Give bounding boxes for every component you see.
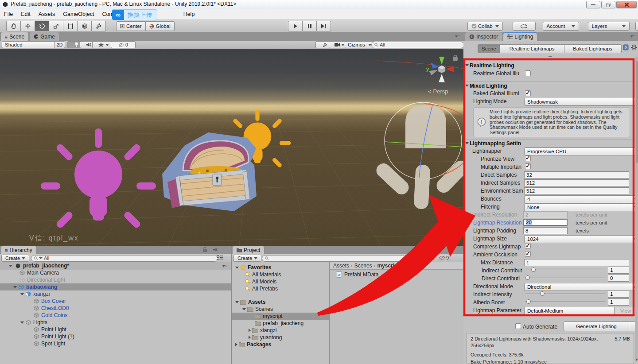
- tab-lighting[interactable]: Lighting: [503, 32, 537, 41]
- lightmap-size-dropdown[interactable]: 1024: [524, 235, 638, 243]
- scene-search-input[interactable]: All: [371, 42, 464, 48]
- lightmapping-settings-header[interactable]: Lightmapping Settin: [470, 140, 526, 147]
- fold-arrow-icon[interactable]: [13, 286, 17, 288]
- pivot-toggle-button[interactable]: Center: [116, 21, 146, 31]
- gizmos-dropdown[interactable]: Gizmos: [345, 41, 375, 48]
- persp-indicator[interactable]: <Persp: [428, 88, 448, 95]
- hierarchy-item-xiangzi[interactable]: xiangzi: [20, 290, 50, 298]
- baked-gi-checkbox[interactable]: [525, 90, 531, 96]
- space-toggle-button[interactable]: Global: [146, 21, 175, 31]
- breadcrumb-scenes[interactable]: Scenes: [354, 263, 372, 269]
- label-tag-icon[interactable]: [420, 255, 426, 260]
- bounces-dropdown[interactable]: 4: [524, 195, 638, 203]
- albedo-boost-field[interactable]: 1: [608, 298, 629, 306]
- indirect-contribution-slider[interactable]: [525, 267, 605, 273]
- menu-gameobject[interactable]: GameObject: [59, 9, 98, 19]
- custom-tool-button[interactable]: [92, 21, 106, 31]
- multiple-importance-checkbox[interactable]: [525, 163, 531, 169]
- project-all-models[interactable]: All Models: [245, 278, 276, 285]
- menu-help[interactable]: Help: [179, 9, 199, 19]
- fold-arrow-icon[interactable]: [249, 336, 251, 339]
- hierarchy-filter-icon[interactable]: [216, 255, 223, 260]
- filtering-dropdown[interactable]: None: [524, 203, 638, 211]
- tab-inspector[interactable]: i Inspector: [465, 32, 502, 41]
- subtab-baked-lightmaps[interactable]: Baked Lightmaps: [564, 44, 622, 53]
- transform-tool-button[interactable]: [78, 21, 92, 31]
- hierarchy-lock-icon[interactable]: [203, 247, 207, 252]
- hierarchy-item-point-light-1[interactable]: Point Light (1): [34, 333, 74, 340]
- view-button[interactable]: View: [614, 307, 637, 315]
- lighting-panel-menu-icon[interactable]: ▾≡: [630, 34, 635, 39]
- splitter-handle-icon[interactable]: ▬: [549, 54, 552, 58]
- rotate-tool-button[interactable]: [35, 21, 49, 31]
- hierarchy-item-box-cover[interactable]: Box Cover: [34, 298, 66, 305]
- project-create-button[interactable]: Create: [233, 255, 261, 262]
- scroll-down-icon[interactable]: ▼: [635, 358, 638, 362]
- fold-arrow-icon[interactable]: [20, 293, 24, 295]
- project-folder-yuantong[interactable]: yuantong: [249, 334, 282, 341]
- gear-icon[interactable]: [631, 44, 637, 50]
- play-button[interactable]: [288, 21, 303, 31]
- hierarchy-item-spot-light[interactable]: Spot Light: [34, 340, 65, 347]
- hierarchy-item-point-light[interactable]: Point Light: [34, 326, 66, 333]
- project-scenes-folder[interactable]: Scenes: [242, 306, 273, 313]
- fold-arrow-icon[interactable]: [465, 85, 469, 87]
- fold-arrow-icon[interactable]: [249, 329, 251, 332]
- fold-arrow-icon[interactable]: [235, 267, 239, 269]
- compress-lightmaps-checkbox[interactable]: [525, 243, 531, 249]
- axis-z-label[interactable]: z: [416, 61, 419, 66]
- subtab-realtime-lightmaps[interactable]: Realtime Lightmaps: [500, 44, 564, 53]
- albedo-boost-slider[interactable]: [525, 299, 605, 305]
- close-button[interactable]: [616, 1, 637, 8]
- minimize-button[interactable]: [586, 1, 600, 8]
- account-dropdown[interactable]: Account: [543, 22, 579, 31]
- project-all-prefabs[interactable]: All Prefabs: [245, 285, 278, 292]
- breadcrumb-assets[interactable]: Assets: [333, 263, 349, 269]
- project-packages[interactable]: Packages: [235, 341, 271, 348]
- rect-tool-button[interactable]: [63, 21, 78, 31]
- scene-viewport[interactable]: y x z <Persp V信: qtpl_wx: [0, 49, 463, 246]
- cloud-button[interactable]: [513, 22, 536, 31]
- fold-arrow-icon[interactable]: [465, 64, 469, 66]
- mixed-lighting-header[interactable]: Mixed Lighting: [470, 83, 629, 89]
- fold-arrow-icon[interactable]: [20, 321, 24, 324]
- tab-game[interactable]: Game: [30, 32, 59, 41]
- hierarchy-item-lights[interactable]: Lights: [20, 319, 47, 326]
- hierarchy-item-baibaoxiang[interactable]: baibaoxiang: [13, 283, 57, 290]
- project-all-materials[interactable]: All Materials: [245, 271, 281, 278]
- direct-contribution-field[interactable]: 0: [608, 275, 629, 282]
- hierarchy-panel-menu-icon[interactable]: ▾≡: [213, 247, 218, 252]
- scene-visibility-toggle[interactable]: 0: [111, 41, 136, 48]
- auto-generate-checkbox[interactable]: [515, 323, 521, 329]
- pause-button[interactable]: [303, 21, 317, 31]
- directional-mode-dropdown[interactable]: Directional: [524, 283, 638, 291]
- shading-mode-dropdown[interactable]: Shaded: [2, 41, 60, 48]
- indirect-contribution-field[interactable]: 1: [608, 267, 629, 274]
- menu-assets[interactable]: Assets: [35, 9, 59, 19]
- fold-arrow-icon[interactable]: [465, 142, 469, 144]
- tab-project[interactable]: Project: [233, 246, 265, 254]
- hidden-eye-icon[interactable]: [439, 256, 445, 260]
- scene-row-menu-icon[interactable]: ▾≡: [222, 263, 227, 268]
- hierarchy-item-directional-light[interactable]: Directional Light: [19, 276, 65, 283]
- lightmapper-dropdown[interactable]: Progressive CPU: [524, 147, 638, 155]
- project-folder-prefab-jiaocheng[interactable]: prefab_jiaocheng: [255, 320, 303, 327]
- favorite-star-icon[interactable]: [429, 255, 435, 260]
- prioritize-view-checkbox[interactable]: [525, 155, 531, 161]
- collab-dropdown[interactable]: Collab: [467, 22, 503, 31]
- direct-contribution-slider[interactable]: [525, 275, 605, 281]
- fold-arrow-icon[interactable]: [235, 301, 239, 303]
- fold-arrow-icon[interactable]: [9, 265, 12, 267]
- tab-scene[interactable]: # Scene: [1, 32, 29, 41]
- project-folder-myscript[interactable]: myscript: [255, 313, 283, 320]
- indirect-intensity-field[interactable]: 1: [608, 290, 629, 298]
- direct-samples-field[interactable]: 32: [524, 171, 629, 178]
- generate-lighting-button[interactable]: Generate Lighting: [564, 321, 629, 331]
- 2d-toggle-button[interactable]: 2D: [54, 41, 65, 48]
- max-distance-field[interactable]: 1: [524, 259, 629, 266]
- tab-hierarchy[interactable]: ≡ Hierarchy: [1, 246, 37, 254]
- axis-y-label[interactable]: y: [426, 66, 429, 72]
- project-assets-folder[interactable]: Assets: [235, 298, 265, 306]
- project-favorites[interactable]: Favorites: [235, 264, 271, 271]
- move-tool-button[interactable]: [21, 21, 35, 31]
